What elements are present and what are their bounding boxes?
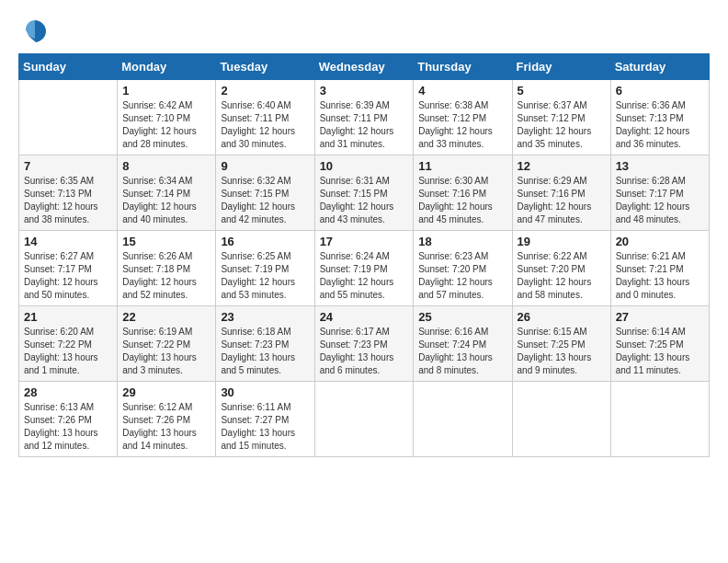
day-info: Sunrise: 6:32 AMSunset: 7:15 PMDaylight:… (221, 175, 309, 226)
day-info: Sunrise: 6:21 AMSunset: 7:21 PMDaylight:… (616, 250, 704, 302)
weekday-header: Monday (118, 54, 216, 80)
calendar-day-cell: 29Sunrise: 6:12 AMSunset: 7:26 PMDayligh… (118, 382, 216, 457)
calendar-day-cell: 10Sunrise: 6:31 AMSunset: 7:15 PMDayligh… (314, 155, 414, 231)
day-info: Sunrise: 6:14 AMSunset: 7:25 PMDaylight:… (616, 326, 704, 377)
calendar-day-cell: 20Sunrise: 6:21 AMSunset: 7:21 PMDayligh… (610, 231, 709, 306)
day-info: Sunrise: 6:11 AMSunset: 7:27 PMDaylight:… (221, 401, 309, 453)
page-header (18, 18, 710, 44)
calendar-day-cell: 4Sunrise: 6:38 AMSunset: 7:12 PMDaylight… (414, 80, 512, 155)
day-info: Sunrise: 6:15 AMSunset: 7:25 PMDaylight:… (518, 326, 606, 377)
day-info: Sunrise: 6:22 AMSunset: 7:20 PMDaylight:… (518, 250, 606, 302)
calendar-week-row: 28Sunrise: 6:13 AMSunset: 7:26 PMDayligh… (19, 382, 710, 457)
day-number: 1 (122, 84, 210, 98)
calendar-table: SundayMondayTuesdayWednesdayThursdayFrid… (18, 53, 710, 457)
day-info: Sunrise: 6:26 AMSunset: 7:18 PMDaylight:… (122, 250, 210, 302)
day-number: 13 (616, 159, 704, 173)
calendar-day-cell: 9Sunrise: 6:32 AMSunset: 7:15 PMDaylight… (216, 155, 314, 231)
day-info: Sunrise: 6:31 AMSunset: 7:15 PMDaylight:… (320, 175, 409, 226)
day-number: 15 (122, 235, 210, 248)
day-number: 6 (616, 84, 704, 98)
day-number: 18 (418, 235, 506, 248)
day-number: 7 (24, 159, 112, 173)
calendar-day-cell: 7Sunrise: 6:35 AMSunset: 7:13 PMDaylight… (19, 155, 118, 231)
day-number: 30 (221, 385, 309, 399)
weekday-header: Tuesday (216, 54, 314, 80)
weekday-header: Thursday (414, 54, 512, 80)
day-number: 17 (320, 235, 409, 248)
calendar-day-cell: 28Sunrise: 6:13 AMSunset: 7:26 PMDayligh… (19, 382, 118, 457)
logo (18, 18, 48, 44)
day-info: Sunrise: 6:29 AMSunset: 7:16 PMDaylight:… (518, 175, 606, 226)
day-number: 27 (616, 310, 704, 324)
day-info: Sunrise: 6:28 AMSunset: 7:17 PMDaylight:… (616, 175, 704, 226)
calendar-day-cell (512, 382, 610, 457)
day-number: 25 (418, 310, 506, 324)
calendar-day-cell: 17Sunrise: 6:24 AMSunset: 7:19 PMDayligh… (314, 231, 414, 306)
day-number: 16 (221, 235, 309, 248)
calendar-day-cell: 6Sunrise: 6:36 AMSunset: 7:13 PMDaylight… (610, 80, 709, 155)
calendar-day-cell: 25Sunrise: 6:16 AMSunset: 7:24 PMDayligh… (414, 306, 512, 382)
calendar-day-cell: 21Sunrise: 6:20 AMSunset: 7:22 PMDayligh… (19, 306, 118, 382)
day-number: 21 (24, 310, 112, 324)
day-number: 22 (122, 310, 210, 324)
calendar-day-cell: 5Sunrise: 6:37 AMSunset: 7:12 PMDaylight… (512, 80, 610, 155)
day-number: 11 (418, 159, 506, 173)
calendar-week-row: 14Sunrise: 6:27 AMSunset: 7:17 PMDayligh… (19, 231, 710, 306)
calendar-day-cell: 22Sunrise: 6:19 AMSunset: 7:22 PMDayligh… (118, 306, 216, 382)
calendar-week-row: 1Sunrise: 6:42 AMSunset: 7:10 PMDaylight… (19, 80, 710, 155)
day-number: 8 (122, 159, 210, 173)
day-info: Sunrise: 6:35 AMSunset: 7:13 PMDaylight:… (24, 175, 112, 226)
calendar-day-cell: 3Sunrise: 6:39 AMSunset: 7:11 PMDaylight… (314, 80, 414, 155)
calendar-day-cell: 11Sunrise: 6:30 AMSunset: 7:16 PMDayligh… (414, 155, 512, 231)
calendar-day-cell: 13Sunrise: 6:28 AMSunset: 7:17 PMDayligh… (610, 155, 709, 231)
day-number: 29 (122, 385, 210, 399)
calendar-day-cell: 24Sunrise: 6:17 AMSunset: 7:23 PMDayligh… (314, 306, 414, 382)
calendar-day-cell: 1Sunrise: 6:42 AMSunset: 7:10 PMDaylight… (118, 80, 216, 155)
calendar-day-cell: 8Sunrise: 6:34 AMSunset: 7:14 PMDaylight… (118, 155, 216, 231)
calendar-day-cell: 2Sunrise: 6:40 AMSunset: 7:11 PMDaylight… (216, 80, 314, 155)
day-info: Sunrise: 6:25 AMSunset: 7:19 PMDaylight:… (221, 250, 309, 302)
day-info: Sunrise: 6:42 AMSunset: 7:10 PMDaylight:… (122, 99, 210, 151)
calendar-header-row: SundayMondayTuesdayWednesdayThursdayFrid… (19, 54, 710, 80)
day-number: 10 (320, 159, 409, 173)
day-number: 19 (518, 235, 606, 248)
day-number: 14 (24, 235, 112, 248)
day-info: Sunrise: 6:23 AMSunset: 7:20 PMDaylight:… (418, 250, 506, 302)
day-number: 23 (221, 310, 309, 324)
day-info: Sunrise: 6:13 AMSunset: 7:26 PMDaylight:… (24, 401, 112, 453)
day-info: Sunrise: 6:16 AMSunset: 7:24 PMDaylight:… (418, 326, 506, 377)
day-info: Sunrise: 6:36 AMSunset: 7:13 PMDaylight:… (616, 99, 704, 151)
weekday-header: Wednesday (314, 54, 414, 80)
day-info: Sunrise: 6:40 AMSunset: 7:11 PMDaylight:… (221, 99, 309, 151)
calendar-day-cell: 26Sunrise: 6:15 AMSunset: 7:25 PMDayligh… (512, 306, 610, 382)
day-info: Sunrise: 6:19 AMSunset: 7:22 PMDaylight:… (122, 326, 210, 377)
calendar-day-cell: 14Sunrise: 6:27 AMSunset: 7:17 PMDayligh… (19, 231, 118, 306)
calendar-week-row: 7Sunrise: 6:35 AMSunset: 7:13 PMDaylight… (19, 155, 710, 231)
calendar-day-cell: 12Sunrise: 6:29 AMSunset: 7:16 PMDayligh… (512, 155, 610, 231)
calendar-day-cell: 16Sunrise: 6:25 AMSunset: 7:19 PMDayligh… (216, 231, 314, 306)
calendar-week-row: 21Sunrise: 6:20 AMSunset: 7:22 PMDayligh… (19, 306, 710, 382)
day-number: 9 (221, 159, 309, 173)
day-info: Sunrise: 6:24 AMSunset: 7:19 PMDaylight:… (320, 250, 409, 302)
day-info: Sunrise: 6:39 AMSunset: 7:11 PMDaylight:… (320, 99, 409, 151)
day-info: Sunrise: 6:34 AMSunset: 7:14 PMDaylight:… (122, 175, 210, 226)
day-number: 26 (518, 310, 606, 324)
day-number: 20 (616, 235, 704, 248)
calendar-day-cell (414, 382, 512, 457)
day-info: Sunrise: 6:20 AMSunset: 7:22 PMDaylight:… (24, 326, 112, 377)
day-info: Sunrise: 6:37 AMSunset: 7:12 PMDaylight:… (518, 99, 606, 151)
day-info: Sunrise: 6:12 AMSunset: 7:26 PMDaylight:… (122, 401, 210, 453)
calendar-day-cell (610, 382, 709, 457)
day-info: Sunrise: 6:18 AMSunset: 7:23 PMDaylight:… (221, 326, 309, 377)
day-number: 2 (221, 84, 309, 98)
day-number: 28 (24, 385, 112, 399)
day-info: Sunrise: 6:17 AMSunset: 7:23 PMDaylight:… (320, 326, 409, 377)
calendar-day-cell (19, 80, 118, 155)
day-number: 3 (320, 84, 409, 98)
day-number: 12 (518, 159, 606, 173)
logo-icon (22, 18, 48, 44)
day-number: 4 (418, 84, 506, 98)
day-info: Sunrise: 6:38 AMSunset: 7:12 PMDaylight:… (418, 99, 506, 151)
weekday-header: Friday (512, 54, 610, 80)
calendar-day-cell: 30Sunrise: 6:11 AMSunset: 7:27 PMDayligh… (216, 382, 314, 457)
